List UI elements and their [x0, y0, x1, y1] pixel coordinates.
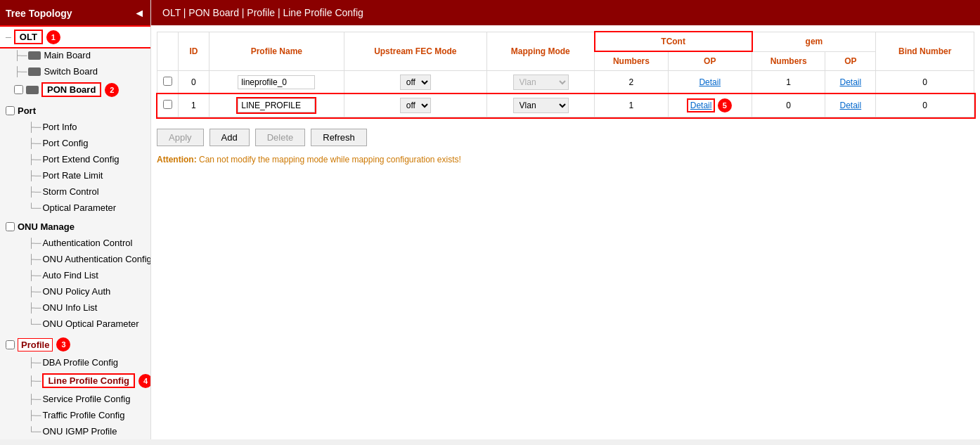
th-tcont-op: OP — [668, 51, 752, 71]
sidebar-item-storm-control[interactable]: ├─ Storm Control — [0, 183, 150, 200]
sidebar-item-port-info[interactable]: ├─ Port Info — [0, 119, 150, 135]
refresh-button[interactable]: Refresh — [311, 129, 367, 146]
sidebar-item-onu-igmp[interactable]: └─ ONU IGMP Profile — [0, 423, 150, 439]
th-tcont-numbers: Numbers — [595, 51, 668, 71]
th-checkbox — [157, 32, 179, 71]
row-0-mapping-mode: Vlan GemPort TcontId — [486, 71, 594, 94]
tree-item-olt[interactable]: ─ OLT 1 — [0, 27, 150, 47]
sidebar-item-onu-optical[interactable]: └─ ONU Optical Parameter — [0, 316, 150, 332]
sidebar-item-auto-find[interactable]: ├─ Auto Find List — [0, 267, 150, 283]
delete-button[interactable]: Delete — [255, 129, 306, 146]
th-mapping-mode: Mapping Mode — [486, 32, 594, 71]
row-0-upstream-fec: off on — [344, 71, 486, 94]
th-id: ID — [179, 32, 209, 71]
row-0-id: 0 — [179, 71, 209, 94]
sidebar-collapse-arrow[interactable]: ◄ — [134, 7, 145, 20]
attention-label: Attention: — [157, 155, 197, 165]
row-0-upstream-fec-select[interactable]: off on — [400, 75, 431, 90]
row-0-gem-detail-link[interactable]: Detail — [840, 77, 862, 87]
row-1-checkbox[interactable] — [163, 100, 172, 109]
row-1-gem-op: Detail — [825, 94, 876, 117]
row-1-mapping-mode-select[interactable]: Vlan GemPort TcontId — [513, 98, 569, 113]
pon-board-checkbox[interactable] — [14, 85, 23, 94]
main-content: OLT | PON Board | Profile | Line Profile… — [151, 0, 980, 439]
row-1-tcont-numbers: 1 — [595, 94, 668, 117]
profile-section-checkbox[interactable] — [6, 340, 15, 349]
row-0-tcont-op: Detail — [668, 71, 752, 94]
th-bind-number: Bind Number — [876, 32, 974, 71]
breadcrumb: OLT | PON Board | Profile | Line Profile… — [151, 0, 980, 25]
tree-item-main-board[interactable]: ├─ Main Board — [0, 47, 150, 63]
sidebar-title: Tree Topology — [6, 8, 72, 19]
row-1-bind-number: 0 — [876, 94, 974, 117]
row-1-tcont-detail-link[interactable]: Detail — [688, 100, 714, 111]
row-0-mapping-mode-select[interactable]: Vlan GemPort TcontId — [513, 75, 569, 90]
th-gem-group: gem — [752, 32, 876, 51]
add-button[interactable]: Add — [209, 129, 250, 146]
apply-button[interactable]: Apply — [157, 129, 204, 146]
sidebar: Tree Topology ◄ ─ OLT 1 ├─ Main Board ├─… — [0, 0, 151, 439]
sidebar-item-service-profile[interactable]: ├─ Service Profile Config — [0, 391, 150, 407]
row-1-id: 1 — [179, 94, 209, 117]
tree-item-switch-board[interactable]: ├─ Switch Board — [0, 63, 150, 79]
port-section-label[interactable]: Port — [18, 105, 36, 116]
row-1-profile-name-input[interactable] — [238, 98, 315, 112]
table-row: 1 off on — [157, 94, 974, 117]
sidebar-item-onu-policy-auth[interactable]: ├─ ONU Policy Auth — [0, 283, 150, 299]
tree-item-pon-board[interactable]: PON Board 2 — [0, 79, 150, 100]
row-1-profile-name — [209, 94, 344, 117]
port-section-header[interactable]: Port — [0, 103, 150, 119]
main-board-label: Main Board — [44, 50, 90, 60]
profile-section-label[interactable]: Profile — [18, 338, 53, 352]
sidebar-item-dba-profile[interactable]: ├─ DBA Profile Config — [0, 354, 150, 370]
th-gem-numbers: Numbers — [752, 51, 825, 71]
main-board-icon — [28, 51, 41, 60]
sidebar-item-port-extend-config[interactable]: ├─ Port Extend Config — [0, 151, 150, 167]
sidebar-item-traffic-profile[interactable]: ├─ Traffic Profile Config — [0, 407, 150, 423]
profile-table: ID Profile Name Upstream FEC Mode Mappin… — [157, 31, 974, 117]
sidebar-item-optical-parameter[interactable]: └─ Optical Parameter — [0, 200, 150, 216]
th-profile-name: Profile Name — [209, 32, 344, 71]
row-1-tcont-op: Detail 5 — [668, 94, 752, 117]
row-1-gem-numbers: 0 — [752, 94, 825, 117]
row-0-gem-numbers: 1 — [752, 71, 825, 94]
th-tcont-group: TCont — [595, 32, 752, 51]
profile-section-header[interactable]: Profile 3 — [0, 335, 150, 354]
badge-2: 2 — [105, 83, 119, 97]
action-buttons-row: Apply Add Delete Refresh — [151, 123, 980, 152]
attention-message: Attention: Can not modify the mapping mo… — [151, 152, 980, 170]
row-0-bind-number: 0 — [876, 71, 974, 94]
switch-board-icon — [28, 67, 41, 76]
onu-manage-checkbox[interactable] — [6, 222, 15, 231]
onu-manage-label[interactable]: ONU Manage — [18, 221, 75, 232]
sidebar-header: Tree Topology ◄ — [0, 0, 150, 27]
th-gem-op: OP — [825, 51, 876, 71]
attention-text: Can not modify the mapping mode while ma… — [199, 155, 461, 165]
sidebar-item-onu-info-list[interactable]: ├─ ONU Info List — [0, 299, 150, 316]
port-section-checkbox[interactable] — [6, 106, 15, 115]
row-0-profile-name-input[interactable] — [238, 75, 315, 89]
row-1-upstream-fec-select[interactable]: off on — [400, 98, 431, 113]
row-1-mapping-mode: Vlan GemPort TcontId — [486, 94, 594, 117]
sidebar-item-port-config[interactable]: ├─ Port Config — [0, 135, 150, 151]
pon-board-icon — [26, 86, 39, 94]
sidebar-item-onu-auth-config[interactable]: ├─ ONU Authentication Config — [0, 251, 150, 267]
switch-board-label: Switch Board — [44, 66, 98, 77]
pon-board-label: PON Board — [41, 82, 101, 97]
olt-label: OLT — [14, 30, 43, 44]
badge-5: 5 — [718, 98, 732, 112]
row-1-gem-detail-link[interactable]: Detail — [840, 101, 862, 110]
onu-manage-section-header[interactable]: ONU Manage — [0, 219, 150, 235]
row-0-profile-name — [209, 71, 344, 94]
sidebar-item-line-profile[interactable]: ├─ Line Profile Config 4 — [0, 370, 150, 391]
row-0-tcont-detail-link[interactable]: Detail — [699, 77, 721, 87]
sidebar-item-auth-control[interactable]: ├─ Authentication Control — [0, 235, 150, 251]
badge-1: 1 — [46, 30, 60, 44]
row-0-gem-op: Detail — [825, 71, 876, 94]
th-upstream-fec-mode: Upstream FEC Mode — [344, 32, 486, 71]
table-row: 0 off on — [157, 71, 974, 94]
row-0-checkbox[interactable] — [163, 77, 172, 86]
row-0-tcont-numbers: 2 — [595, 71, 668, 94]
sidebar-item-port-rate-limit[interactable]: ├─ Port Rate Limit — [0, 167, 150, 183]
row-1-upstream-fec: off on — [344, 94, 486, 117]
